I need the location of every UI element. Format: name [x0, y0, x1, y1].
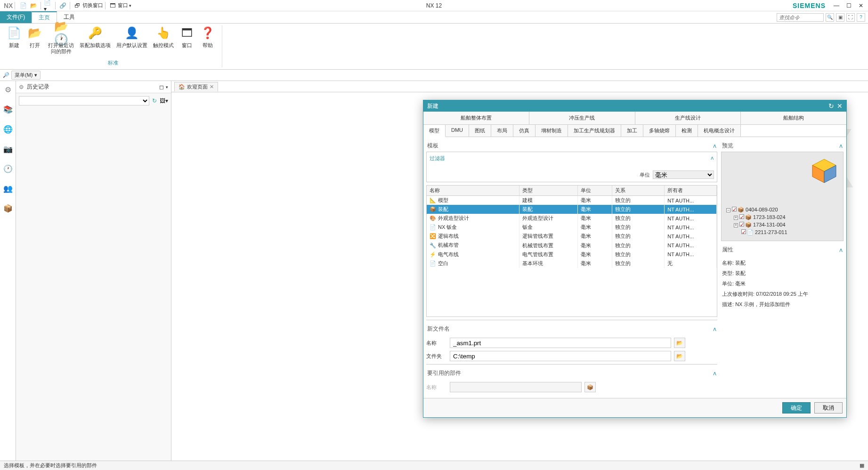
dropdown-icon[interactable]: ▾: [129, 3, 131, 8]
dtab2-dmu[interactable]: DMU: [446, 125, 469, 137]
leftrail-internet-icon[interactable]: 🌐: [2, 123, 14, 135]
dtab2-model[interactable]: 模型: [423, 125, 446, 137]
table-row[interactable]: 📐模型建模毫米独立的NT AUTH...: [427, 196, 717, 205]
template-section-title: 模板: [427, 142, 713, 150]
menu-file[interactable]: 文件(F): [0, 11, 32, 23]
menu-finder-icon[interactable]: 🔎: [3, 72, 9, 78]
collapse-icon[interactable]: ʌ: [711, 155, 714, 162]
history-filter-select[interactable]: [19, 96, 149, 105]
ribbon-new[interactable]: 📄 新建: [7, 25, 22, 60]
separator: [105, 2, 105, 9]
restore-ribbon-icon[interactable]: ▣: [836, 13, 844, 22]
tree-node-1[interactable]: 1723-183-024: [753, 214, 786, 220]
props-title: 属性: [722, 246, 839, 254]
command-search-input[interactable]: [777, 13, 824, 22]
dtab2-lineplanner[interactable]: 加工生产线规划器: [568, 125, 621, 137]
palette-icon[interactable]: 🖼▾: [160, 97, 168, 104]
close-panel-icon[interactable]: ▾: [166, 85, 168, 89]
table-row[interactable]: 📄NX 钣金钣金毫米独立的NT AUTH...: [427, 223, 717, 232]
col-type[interactable]: 类型: [519, 186, 577, 196]
fullscreen-icon[interactable]: ⛶: [846, 13, 855, 22]
leftrail-layers-icon[interactable]: 📚: [2, 104, 14, 115]
qa-new-icon[interactable]: 📄: [19, 1, 27, 10]
dtab1-line-design[interactable]: 生产线设计: [635, 112, 741, 124]
ribbon-help[interactable]: ❓ 帮助: [200, 25, 215, 60]
col-relation[interactable]: 关系: [612, 186, 665, 196]
dtab2-drawing[interactable]: 图纸: [469, 125, 491, 137]
tree-node-2[interactable]: 1734-131-004: [753, 222, 786, 227]
dtab2-multiaxis[interactable]: 多轴烧熔: [643, 125, 676, 137]
ribbon-load-opts[interactable]: 🔑 装配加载选项: [80, 25, 111, 60]
dtab2-sim[interactable]: 仿真: [513, 125, 535, 137]
collapse-icon[interactable]: ʌ: [713, 326, 716, 332]
dtab2-layout[interactable]: 布局: [491, 125, 513, 137]
newfile-name-input[interactable]: [450, 338, 671, 348]
dtab2-inspect[interactable]: 检测: [676, 125, 698, 137]
minimize-icon[interactable]: —: [832, 1, 841, 10]
ribbon-touch[interactable]: 👆 触控模式: [153, 25, 174, 60]
table-row[interactable]: ⚡电气布线电气管线布置毫米独立的NT AUTH...: [427, 250, 717, 259]
prop-name-label: 名称:: [722, 260, 734, 266]
unit-select[interactable]: 毫米: [653, 170, 714, 179]
cancel-button[interactable]: 取消: [814, 402, 843, 413]
dialog-close-icon[interactable]: ✕: [837, 102, 843, 110]
ok-button[interactable]: 确定: [782, 402, 811, 413]
close-icon[interactable]: ✕: [857, 1, 865, 10]
dtab1-ship-layout[interactable]: 船舶整体布置: [423, 112, 529, 124]
leftrail-library-icon[interactable]: 📦: [2, 203, 14, 214]
qa-window-icon[interactable]: 🗖: [108, 1, 117, 10]
template-table[interactable]: 名称 类型 单位 关系 所有者 📐模型建模毫米独立的NT AUTH...📦装配装…: [426, 185, 717, 317]
help-icon[interactable]: ?: [857, 13, 865, 22]
qa-link-icon[interactable]: 🔗: [58, 1, 67, 10]
qa-switch-window-icon[interactable]: 🗗: [73, 1, 81, 10]
ribbon-recent[interactable]: 📂🕐 打开最近访 问的部件: [48, 25, 74, 60]
pin-icon[interactable]: ◻: [159, 84, 164, 90]
col-owner[interactable]: 所有者: [665, 186, 717, 196]
qa-switch-window-label[interactable]: 切换窗口: [82, 2, 103, 9]
dialog-titlebar[interactable]: 新建 ↻ ✕: [423, 100, 846, 112]
ribbon-load-opts-label: 装配加载选项: [80, 42, 111, 49]
browse-name-icon[interactable]: 📂: [674, 338, 685, 348]
table-row[interactable]: 🔧机械布管机械管线布置毫米独立的NT AUTH...: [427, 241, 717, 250]
browse-folder-icon[interactable]: 📂: [674, 351, 685, 361]
collapse-icon[interactable]: ʌ: [839, 247, 843, 253]
collapse-icon[interactable]: ʌ: [839, 143, 843, 149]
filter-label: 过滤器: [430, 155, 445, 162]
dtab1-stamping[interactable]: 冲压生产线: [529, 112, 635, 124]
leftrail-roles-icon[interactable]: 👥: [2, 183, 14, 194]
refpart-name-input[interactable]: [450, 382, 582, 392]
newfile-folder-input[interactable]: [450, 351, 671, 361]
history-settings-icon[interactable]: ⚙: [19, 84, 24, 90]
table-row[interactable]: 📦装配装配毫米独立的NT AUTH...: [427, 205, 717, 214]
search-icon[interactable]: 🔍: [826, 13, 834, 22]
col-name[interactable]: 名称: [427, 186, 519, 196]
qa-window-label[interactable]: 窗口: [118, 2, 128, 9]
leftrail-camera-icon[interactable]: 📷: [2, 143, 14, 154]
qa-open-icon[interactable]: 📂: [29, 1, 38, 10]
leftrail-history-icon[interactable]: 🕐: [2, 163, 14, 174]
table-row[interactable]: 🔀逻辑布线逻辑管线布置毫米独立的NT AUTH...: [427, 232, 717, 241]
collapse-icon[interactable]: ʌ: [713, 143, 716, 149]
collapse-icon[interactable]: ʌ: [713, 370, 716, 377]
col-unit[interactable]: 单位: [577, 186, 612, 196]
browse-refpart-icon[interactable]: 📦: [584, 382, 596, 392]
tab-close-icon[interactable]: ✕: [210, 84, 214, 90]
table-row[interactable]: 🎨外观造型设计外观造型设计毫米独立的NT AUTH...: [427, 214, 717, 223]
leftrail-settings-icon[interactable]: ⚙: [2, 84, 14, 95]
dtab1-ship-struct[interactable]: 船舶结构: [741, 112, 846, 124]
qa-new-dropdown-icon[interactable]: 📄▾: [44, 1, 52, 10]
tree-node-3[interactable]: 2211-273-011: [755, 229, 787, 235]
tree-node-0[interactable]: 0404-089-020: [746, 207, 778, 212]
dtab2-machining[interactable]: 加工: [621, 125, 643, 137]
maximize-icon[interactable]: ☐: [844, 1, 853, 10]
ribbon-open[interactable]: 📂 打开: [27, 25, 42, 60]
dialog-reset-icon[interactable]: ↻: [828, 102, 834, 110]
dtab2-mechatronics[interactable]: 机电概念设计: [698, 125, 741, 137]
ribbon-user-defaults[interactable]: 👤 用户默认设置: [116, 25, 147, 60]
refresh-icon[interactable]: ↻: [152, 97, 157, 104]
ribbon-window[interactable]: 🗖 窗口: [179, 25, 195, 60]
table-row[interactable]: 📄空白基本环境毫米独立的无: [427, 259, 717, 268]
dtab2-additive[interactable]: 增材制造: [535, 125, 568, 137]
tab-welcome[interactable]: 🏠 欢迎页面 ✕: [174, 82, 218, 91]
menu-dropdown[interactable]: 菜单(M) ▾: [11, 71, 41, 80]
